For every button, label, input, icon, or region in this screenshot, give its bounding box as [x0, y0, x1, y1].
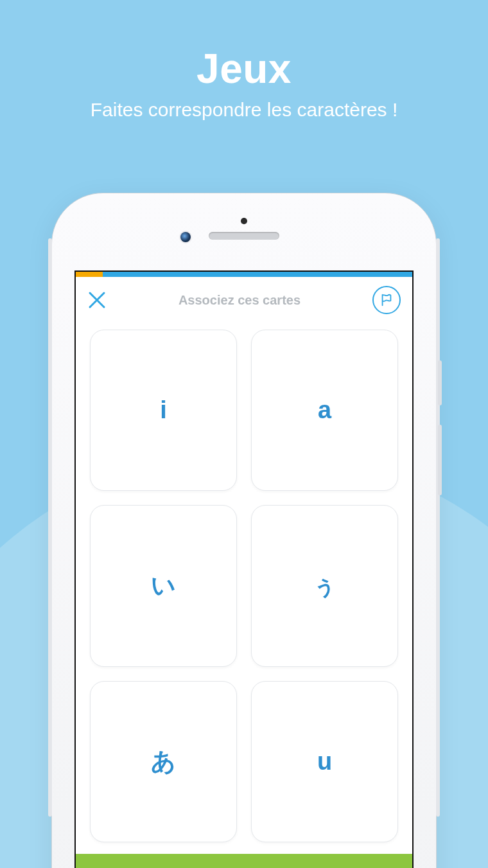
- next-button[interactable]: SUIVANT: [76, 854, 412, 868]
- phone-camera: [180, 232, 191, 242]
- phone-edge-left: [48, 238, 52, 817]
- progress-fill: [76, 272, 103, 277]
- match-card[interactable]: i: [90, 330, 237, 491]
- phone-side-button: [438, 360, 442, 405]
- promo-background: Jeux Faites correspondre les caractères …: [0, 0, 488, 868]
- card-label: ぅ: [312, 569, 337, 602]
- hero-title: Jeux: [0, 45, 488, 93]
- match-card[interactable]: あ: [90, 681, 237, 842]
- match-card[interactable]: い: [90, 505, 237, 666]
- flag-button[interactable]: [372, 286, 401, 314]
- hero-section: Jeux Faites correspondre les caractères …: [0, 0, 488, 121]
- progress-bar: [76, 272, 412, 277]
- phone-mockup: Associez ces cartes i a い ぅ あ u: [51, 193, 437, 868]
- phone-body: Associez ces cartes i a い ぅ あ u: [51, 193, 437, 868]
- card-label: い: [151, 569, 176, 602]
- topbar: Associez ces cartes: [76, 277, 412, 318]
- card-label: a: [318, 396, 331, 424]
- close-button[interactable]: [87, 290, 107, 310]
- card-label: あ: [151, 745, 176, 778]
- card-label: u: [317, 748, 332, 775]
- close-icon: [87, 290, 107, 310]
- hero-subtitle: Faites correspondre les caractères !: [0, 99, 488, 121]
- flag-icon: [379, 293, 394, 307]
- topbar-title: Associez ces cartes: [107, 293, 372, 308]
- phone-side-button: [438, 425, 442, 495]
- match-card[interactable]: a: [251, 330, 398, 491]
- phone-edge-right: [436, 238, 440, 817]
- card-label: i: [160, 396, 167, 424]
- match-card[interactable]: ぅ: [251, 505, 398, 666]
- phone-sensor: [241, 218, 247, 224]
- cards-grid: i a い ぅ あ u: [76, 318, 412, 854]
- phone-speaker: [209, 232, 279, 240]
- app-screen: Associez ces cartes i a い ぅ あ u: [74, 270, 414, 868]
- match-card[interactable]: u: [251, 681, 398, 842]
